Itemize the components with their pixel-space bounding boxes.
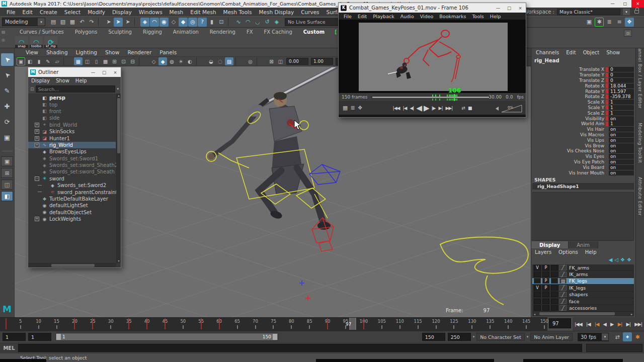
tab-display[interactable]: Display (531, 241, 569, 248)
redo-icon[interactable]: ↷ (87, 18, 96, 27)
range-slider[interactable]: 1 150 (55, 333, 278, 341)
layer-display-type-toggle[interactable] (551, 285, 558, 291)
expand-toggle[interactable]: + (35, 136, 39, 141)
layer-visibility-toggle[interactable] (534, 272, 541, 277)
character-set-dropdown[interactable]: No Character Set (476, 333, 524, 341)
rotate-tool[interactable]: ⟳ (1, 116, 14, 128)
main-menu-item[interactable]: Create (36, 9, 61, 15)
attribute-value-field[interactable]: on (609, 127, 634, 132)
panel-tab[interactable]: Modeling Toolkit (637, 123, 642, 163)
outliner-item[interactable]: + ◉ LockWeights (28, 216, 116, 222)
player-menu-item[interactable]: Edit (355, 14, 370, 19)
separator[interactable] (196, 57, 205, 65)
playback-start-field[interactable]: 1 (28, 333, 51, 341)
expand-toggle[interactable]: - (35, 176, 39, 181)
main-menu-item[interactable]: Modify (84, 9, 109, 15)
layer-visibility-toggle[interactable]: V (534, 285, 541, 291)
layer-name[interactable]: IK_legs (569, 285, 586, 291)
main-menu-item[interactable]: Select (61, 9, 84, 15)
keyframe-marker[interactable] (128, 318, 129, 329)
select-component-icon[interactable]: ➤ (123, 18, 132, 27)
main-menu-item[interactable]: Edit (19, 9, 36, 15)
main-menu-item[interactable]: Display (109, 9, 135, 15)
step-forward-button[interactable]: |▶ (430, 106, 437, 111)
expand-toggle[interactable] (35, 210, 39, 215)
layer-name[interactable]: FK_legs (569, 278, 587, 284)
outliner-menu-item[interactable]: Display (28, 78, 53, 83)
layout-split-pane[interactable]: ◫ (1, 179, 13, 190)
evaluation-mode-icon[interactable]: ✱ (633, 332, 642, 341)
separator[interactable] (134, 18, 138, 26)
attribute-value-field[interactable]: 0 (609, 67, 634, 72)
layer-row[interactable]: ╱ shapers (532, 292, 634, 298)
lock-camera-icon[interactable]: ◧ (26, 57, 34, 65)
lock-icon[interactable] (634, 10, 639, 14)
step-back-button[interactable]: ◀| (408, 106, 415, 111)
attribute-value-field[interactable]: 1 (609, 105, 634, 110)
modeling-toolkit-toggle-icon[interactable]: ▣ (585, 18, 594, 27)
player-menu-item[interactable]: Audio (397, 14, 417, 19)
layer-name[interactable]: face (569, 299, 579, 304)
main-menu-item[interactable]: Mesh (166, 9, 187, 15)
attribute-label[interactable]: Visibility (585, 116, 606, 121)
channel-box-object-name[interactable]: rig_Head (534, 58, 559, 63)
range-start-handle[interactable] (56, 334, 61, 340)
layer-color-swatch[interactable]: ╱ (559, 305, 567, 311)
layer-row[interactable]: ╱ accessories (532, 305, 634, 311)
layer-display-type-toggle[interactable] (551, 278, 558, 284)
outliner-item[interactable]: ❖ TurtleDefaultBakeLayer (28, 196, 116, 202)
open-scene-icon[interactable]: ▧ (58, 18, 67, 27)
attribute-label[interactable]: Vis Cheeks Nose (567, 148, 606, 153)
anim-layer-dropdown[interactable]: No Anim Layer (530, 333, 573, 341)
save-scene-icon[interactable]: ▦ (68, 18, 77, 27)
select-hierarchy-icon[interactable]: ➤ (104, 18, 113, 27)
outliner-item[interactable]: ◧ side (28, 115, 116, 121)
close-button[interactable]: × (110, 67, 121, 77)
outliner-item[interactable]: ⊂ sword_parentConstraint1 (28, 189, 116, 195)
player-menu-item[interactable]: Help (487, 14, 504, 19)
live-surface-field[interactable]: No Live Surface (285, 18, 338, 26)
step-forward-key-button[interactable]: ▶| (618, 321, 622, 327)
attribute-value-field[interactable]: 1 (609, 121, 634, 126)
layer-display-type-toggle[interactable] (551, 299, 558, 304)
separator[interactable] (257, 57, 265, 65)
attribute-value-field[interactable]: 1 (609, 111, 634, 116)
color-palette-icon[interactable]: ❖ (358, 105, 363, 111)
outliner-vscrollbar[interactable]: ▴ ▾ (116, 94, 121, 263)
use-lights-icon[interactable]: ☀ (177, 57, 185, 65)
play-backwards-button[interactable]: ◀ (603, 321, 606, 327)
outliner-item[interactable]: ◉ defaultObjectSet (28, 209, 116, 216)
stop-button[interactable]: ■ (466, 106, 473, 111)
attribute-value-field[interactable]: 11.597 (609, 89, 634, 94)
construction-history-icon[interactable]: ∿ (234, 18, 243, 27)
attribute-label[interactable]: World Aim (581, 121, 606, 126)
attribute-label[interactable]: Rotate Y (585, 89, 606, 94)
separator[interactable] (235, 57, 244, 65)
layer-playback-toggle[interactable] (542, 292, 549, 297)
select-camera-icon[interactable]: ▣ (17, 57, 25, 65)
layer-name[interactable]: FK_arms (569, 265, 589, 270)
outliner-titlebar[interactable]: M Outliner —□× (28, 67, 121, 77)
attribute-value-field[interactable]: on (609, 148, 634, 153)
new-layer-from-selected-icon[interactable]: ❖ (627, 257, 631, 262)
outliner-item[interactable]: + ◪ SkinSocks (28, 128, 116, 135)
main-menu-item[interactable]: Mesh Tools (220, 9, 256, 15)
chevron-down-icon[interactable]: ▾ (471, 335, 477, 339)
layer-row[interactable]: P ▨ FK_legs (532, 278, 634, 285)
keyframe-marker[interactable] (146, 318, 147, 329)
keyframe-marker[interactable] (6, 318, 7, 329)
resolution-gate-icon[interactable]: ▯ (92, 57, 101, 65)
attribute-label[interactable]: Rotate Z (585, 94, 606, 99)
command-language-toggle[interactable]: MEL (0, 345, 18, 351)
layer-visibility-toggle[interactable] (534, 292, 541, 297)
outliner-item[interactable]: ◧ top (28, 101, 116, 108)
attribute-label[interactable]: Vis Macros (580, 132, 606, 137)
move-tool[interactable]: ✚ (1, 100, 14, 113)
attribute-label[interactable]: Vis Lips (587, 138, 606, 143)
chevron-down-icon[interactable]: ▾ (117, 87, 119, 91)
movie-player-window[interactable]: K Combat_Games_KeyPoses_01.mov - Frame 1… (338, 3, 526, 118)
next-bookmark-button[interactable]: ▶| (437, 106, 444, 111)
layer-playback-toggle[interactable]: P (542, 265, 549, 270)
shaded-icon[interactable]: ◆ (158, 57, 167, 65)
go-to-end-button[interactable]: ▶▶| (634, 321, 642, 327)
